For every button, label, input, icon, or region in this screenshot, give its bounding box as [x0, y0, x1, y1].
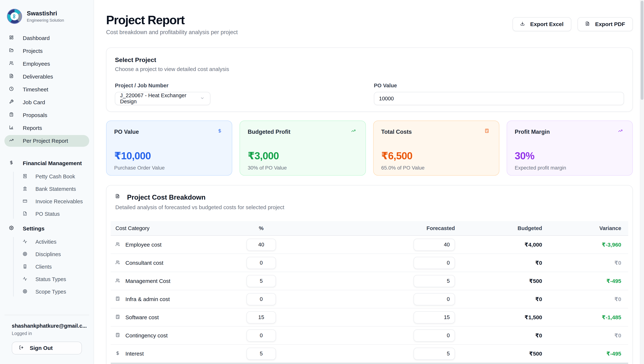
section-label: Settings: [23, 226, 45, 232]
percent-input-infra-admin-cost[interactable]: [247, 293, 276, 305]
trending-up-icon: [618, 128, 625, 135]
variance-value: ₹0: [544, 296, 628, 302]
sidebar-item-reports[interactable]: Reports: [5, 122, 89, 134]
variance-value: ₹-495: [544, 278, 628, 284]
percent-input-interest[interactable]: [247, 348, 276, 360]
budgeted-value: ₹0: [457, 296, 544, 302]
sidebar-item-label: Per Project Report: [23, 138, 68, 144]
stat-cards: PO Value ₹10,000 Purchase Order Value Bu…: [106, 120, 633, 176]
forecasted-input-management-cost[interactable]: [414, 275, 455, 287]
sidebar-item-projects[interactable]: Projects: [5, 45, 89, 57]
file-text-icon: [9, 74, 15, 80]
scrollbar-thumb[interactable]: [641, 1, 643, 100]
sidebar-item-po-status[interactable]: PO Status: [13, 208, 89, 220]
page-subtitle: Cost breakdown and profitability analysi…: [106, 29, 238, 36]
project-field-label: Project / Job Number: [115, 82, 365, 88]
sidebar-item-bank-statements[interactable]: Bank Statements: [13, 183, 89, 195]
percent-input-consultant-cost[interactable]: [247, 257, 276, 269]
row-category: Infra & admin cost: [125, 296, 170, 302]
row-category: Software cost: [125, 314, 159, 320]
sidebar-item-employees[interactable]: Employees: [5, 58, 89, 70]
forecasted-input-software-cost[interactable]: [414, 311, 455, 324]
variance-value: ₹-3,960: [544, 242, 628, 248]
page-scrollbar[interactable]: [640, 0, 644, 364]
sidebar-section-settings: Settings: [5, 223, 89, 234]
activity-icon: [23, 277, 28, 282]
col-header-variance: Variance: [544, 225, 628, 231]
table-row-software-cost: Software cost ₹1,500 ₹-1,485: [111, 308, 628, 326]
budgeted-value: ₹500: [457, 350, 544, 357]
stat-caption: 65.0% of PO Value: [381, 165, 491, 171]
sidebar-item-status-types[interactable]: Status Types: [13, 273, 89, 286]
sidebar-item-label: Status Types: [36, 276, 66, 282]
percent-input-contingency-cost[interactable]: [247, 330, 276, 342]
stat-value: ₹6,500: [381, 150, 491, 162]
sidebar-item-activities[interactable]: Activities: [13, 236, 89, 248]
col-header-forecasted: Forecasted: [287, 225, 457, 231]
forecasted-input-contingency-cost[interactable]: [414, 330, 455, 342]
sidebar-item-dashboard[interactable]: Dashboard: [5, 32, 89, 44]
export-pdf-button[interactable]: Export PDF: [577, 17, 633, 31]
gear-icon: [9, 226, 15, 232]
sidebar-item-disciplines[interactable]: Disciplines: [13, 248, 89, 260]
sign-out-button[interactable]: Sign Out: [12, 342, 82, 354]
forecasted-input-employee-cost[interactable]: [414, 239, 455, 251]
file-text-icon: [115, 194, 122, 201]
sidebar-item-deliverables[interactable]: Deliverables: [5, 71, 89, 82]
forecasted-input-interest[interactable]: [414, 348, 455, 360]
sidebar-item-proposals[interactable]: Proposals: [5, 109, 89, 121]
sidebar-item-clients[interactable]: Clients: [13, 260, 89, 273]
stat-value: ₹3,000: [248, 150, 358, 162]
table-row-management-cost: Management Cost ₹500 ₹-495: [111, 272, 628, 290]
variance-value: ₹-495: [544, 350, 628, 357]
project-select[interactable]: J_220067 - Heat Exchanger Design: [115, 92, 210, 105]
percent-input-management-cost[interactable]: [247, 275, 276, 287]
file-text-icon: [585, 22, 591, 27]
page-header: Project Report Cost breakdown and profit…: [106, 14, 633, 36]
sidebar-item-scope-types[interactable]: Scope Types: [13, 286, 89, 298]
stat-card-po-value: PO Value ₹10,000 Purchase Order Value: [106, 120, 232, 176]
sidebar-item-per-project-report[interactable]: Per Project Report: [5, 135, 89, 147]
sidebar-item-timesheet[interactable]: Timesheet: [5, 84, 89, 96]
row-category: Management Cost: [125, 278, 170, 284]
po-value-label: PO Value: [374, 82, 624, 88]
sidebar-item-label: Proposals: [23, 112, 47, 118]
sidebar-item-invoice-receivables[interactable]: Invoice Receivables: [13, 195, 89, 208]
row-category: Contingency cost: [125, 332, 168, 339]
po-value-field: PO Value: [374, 82, 624, 105]
credit-card-icon: [23, 199, 28, 204]
sidebar-section-financial-management: Financial Management: [5, 158, 89, 169]
row-category: Consultant cost: [125, 260, 163, 266]
select-project-card: Select Project Choose a project to view …: [106, 48, 633, 112]
budgeted-value: ₹0: [457, 332, 544, 339]
po-value-input[interactable]: [374, 92, 624, 105]
sidebar-item-label: Invoice Receivables: [36, 198, 83, 204]
stat-title: Budgeted Profit: [248, 128, 290, 135]
footer-divider: [5, 315, 89, 315]
activity-icon: [23, 239, 28, 244]
users-icon: [116, 278, 121, 284]
brand-name: Swastishri: [27, 10, 64, 17]
variance-value: ₹0: [544, 260, 628, 266]
forecasted-input-consultant-cost[interactable]: [414, 257, 455, 269]
percent-input-software-cost[interactable]: [247, 311, 276, 324]
stat-title: Profit Margin: [515, 128, 550, 135]
forecasted-input-infra-admin-cost[interactable]: [414, 293, 455, 305]
table-row-infra-admin-cost: Infra & admin cost ₹0 ₹0: [111, 290, 628, 308]
export-excel-button[interactable]: Export Excel: [512, 17, 571, 31]
financial-sub-list: Petty Cash Book Bank Statements Invoice …: [13, 170, 89, 220]
table-row-profit: Profit ₹3,000 ₹-2,970: [111, 363, 628, 364]
sidebar-item-job-card[interactable]: Job Card: [5, 96, 89, 108]
sidebar-item-petty-cash-book[interactable]: Petty Cash Book: [13, 170, 89, 183]
clipboard-icon: [9, 112, 15, 118]
sidebar-item-label: Projects: [23, 48, 43, 54]
stat-card-total-costs: Total Costs ₹6,500 65.0% of PO Value: [373, 120, 499, 176]
target-icon: [23, 289, 28, 294]
percent-input-employee-cost[interactable]: [247, 239, 276, 251]
stat-title: PO Value: [114, 128, 139, 135]
calculator-icon: [116, 315, 121, 320]
download-icon: [520, 22, 526, 27]
target-icon: [23, 252, 28, 257]
users-icon: [116, 260, 121, 266]
brand: ∞ Swastishri Engineering Solution: [5, 9, 89, 24]
